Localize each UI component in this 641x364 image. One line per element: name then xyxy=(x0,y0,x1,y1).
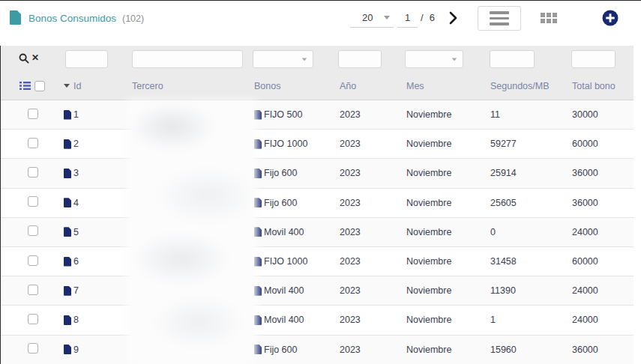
kanban-view-icon[interactable] xyxy=(541,13,557,23)
total-pages: 6 xyxy=(430,12,435,23)
row-checkbox[interactable] xyxy=(28,138,38,148)
cell-bonos: FIJO 1000 xyxy=(264,256,307,267)
column-label: Id xyxy=(73,81,81,91)
filter-bonos-select[interactable] xyxy=(253,50,313,68)
column-header-total[interactable]: Total bono xyxy=(572,81,634,91)
column-header-ano[interactable]: Año xyxy=(340,81,406,91)
cell-id: 3 xyxy=(73,168,79,178)
cell-total: 36000 xyxy=(572,198,634,208)
cell-ano: 2023 xyxy=(340,139,406,149)
list-options-icon[interactable] xyxy=(19,81,31,91)
cell-ano: 2023 xyxy=(340,345,406,355)
column-header-bonos[interactable]: Bonos xyxy=(254,81,340,91)
cell-segundos: 11 xyxy=(490,109,572,120)
cell-mes: Noviembre xyxy=(406,198,490,208)
table-header-row: Id Tercero Bonos Año Mes Segundos/MB Tot… xyxy=(1,72,634,100)
filter-ano-input[interactable] xyxy=(338,50,382,68)
record-count: (102) xyxy=(122,13,144,24)
row-checkbox[interactable] xyxy=(28,285,38,295)
record-icon xyxy=(64,110,71,120)
page-size-select[interactable]: 20 xyxy=(350,8,394,28)
cell-segundos: 11390 xyxy=(490,285,572,296)
table-body: 1 FIJO 500 2023 Noviembre 11 30000 xyxy=(1,100,634,364)
filter-id-input[interactable] xyxy=(65,50,108,68)
sort-desc-icon xyxy=(64,84,70,88)
cell-mes: Noviembre xyxy=(406,227,490,237)
table-row[interactable]: 3 Fijo 600 2023 Noviembre 25914 36000 xyxy=(1,159,634,188)
cell-segundos: 59277 xyxy=(490,139,572,149)
search-icon[interactable] xyxy=(19,53,29,67)
cell-segundos: 25914 xyxy=(490,168,572,178)
list-view-button[interactable] xyxy=(478,6,521,31)
page-title[interactable]: Bonos Consumidos xyxy=(28,13,116,24)
record-icon xyxy=(64,169,71,178)
cell-bonos: Fijo 600 xyxy=(264,198,297,208)
cell-mes: Noviembre xyxy=(406,139,490,149)
cell-total: 36000 xyxy=(572,345,634,355)
cell-segundos: 1 xyxy=(490,315,572,325)
table-row[interactable]: 2 FIJO 1000 2023 Noviembre 59277 60000 xyxy=(1,130,634,159)
column-header-segundos[interactable]: Segundos/MB xyxy=(490,81,572,91)
cell-mes: Noviembre xyxy=(406,315,490,325)
column-header-id[interactable]: Id xyxy=(64,81,128,91)
chevron-right-icon xyxy=(448,11,459,25)
cell-segundos: 31458 xyxy=(490,256,572,267)
cell-segundos: 15960 xyxy=(490,345,572,355)
current-page-value: 1 xyxy=(405,12,410,23)
cell-bonos: Movil 400 xyxy=(264,285,304,296)
filter-total-input[interactable] xyxy=(571,50,616,68)
cell-mes: Noviembre xyxy=(406,285,490,296)
page-total: /6 xyxy=(421,12,435,23)
cell-id: 1 xyxy=(73,109,79,120)
row-checkbox[interactable] xyxy=(28,109,38,119)
filter-tercero-input[interactable] xyxy=(132,50,243,68)
cell-mes: Noviembre xyxy=(406,345,490,355)
cell-bonos: Fijo 600 xyxy=(264,168,297,178)
column-header-tercero[interactable]: Tercero xyxy=(128,81,254,91)
row-checkbox[interactable] xyxy=(28,314,38,324)
record-icon xyxy=(64,315,71,325)
table-row[interactable]: 5 Movil 400 2023 Noviembre 0 24000 xyxy=(1,218,634,247)
cell-total: 24000 xyxy=(572,285,634,296)
row-checkbox[interactable] xyxy=(28,255,38,266)
table-row[interactable]: 1 FIJO 500 2023 Noviembre 11 30000 xyxy=(1,100,634,130)
cell-id: 9 xyxy=(73,345,79,355)
table-panel: ✕ Id Tercero Bono xyxy=(0,46,634,364)
table-row[interactable]: 9 Fijo 600 2023 Noviembre 15960 36000 xyxy=(1,336,634,364)
current-page-input[interactable]: 1 xyxy=(397,8,418,28)
table-row[interactable]: 6 FIJO 1000 2023 Noviembre 31458 60000 xyxy=(1,247,634,276)
record-icon xyxy=(64,198,71,207)
cell-ano: 2023 xyxy=(340,109,406,120)
select-all-checkbox[interactable] xyxy=(34,81,45,91)
cell-mes: Noviembre xyxy=(406,256,490,267)
row-checkbox[interactable] xyxy=(28,225,38,236)
cell-mes: Noviembre xyxy=(406,109,490,120)
cell-bonos: FIJO 500 xyxy=(264,109,302,120)
chevron-down-icon xyxy=(302,58,307,61)
document-icon xyxy=(10,10,21,25)
next-page-button[interactable] xyxy=(448,11,460,26)
plus-circle-icon xyxy=(602,10,619,26)
row-checkbox[interactable] xyxy=(28,196,38,207)
cell-ano: 2023 xyxy=(340,227,406,237)
record-icon xyxy=(64,139,71,149)
clear-filters-icon[interactable]: ✕ xyxy=(31,52,39,63)
row-checkbox[interactable] xyxy=(28,343,38,354)
table-row[interactable]: 8 Movil 400 2023 Noviembre 1 24000 xyxy=(1,306,634,335)
add-record-button[interactable] xyxy=(602,10,619,26)
table-row[interactable]: 4 Fijo 600 2023 Noviembre 25605 36000 xyxy=(1,189,634,218)
cell-id: 6 xyxy=(73,256,79,267)
filter-segundos-input[interactable] xyxy=(490,50,535,68)
cell-total: 36000 xyxy=(572,168,634,178)
cell-segundos: 25605 xyxy=(490,198,572,208)
cell-ano: 2023 xyxy=(340,168,406,178)
row-checkbox[interactable] xyxy=(28,167,38,178)
table-row[interactable]: 7 Movil 400 2023 Noviembre 11390 24000 xyxy=(1,276,634,306)
cell-bonos: Movil 400 xyxy=(264,315,304,325)
chevron-down-icon xyxy=(452,58,457,61)
cell-bonos: Movil 400 xyxy=(264,227,304,237)
cell-bonos: FIJO 1000 xyxy=(264,139,307,149)
filter-mes-select[interactable] xyxy=(405,50,463,68)
column-header-mes[interactable]: Mes xyxy=(406,81,490,91)
cell-mes: Noviembre xyxy=(406,168,490,178)
